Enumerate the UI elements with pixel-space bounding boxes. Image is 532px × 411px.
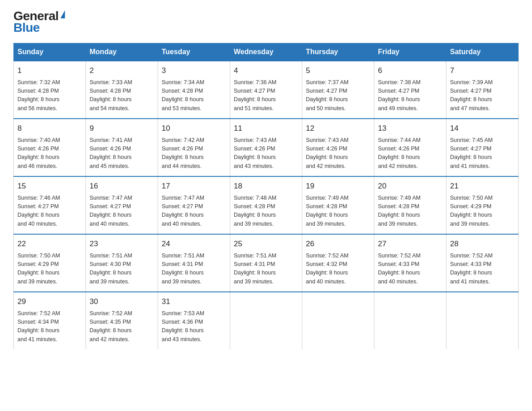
- calendar-cell: 14Sunrise: 7:45 AMSunset: 4:27 PMDayligh…: [446, 119, 519, 176]
- day-number: 22: [17, 238, 82, 250]
- day-info: Sunrise: 7:43 AMSunset: 4:26 PMDaylight:…: [234, 136, 298, 171]
- day-info: Sunrise: 7:40 AMSunset: 4:26 PMDaylight:…: [17, 136, 82, 171]
- day-info: Sunrise: 7:45 AMSunset: 4:27 PMDaylight:…: [450, 136, 515, 171]
- calendar-cell: 28Sunrise: 7:52 AMSunset: 4:33 PMDayligh…: [446, 234, 519, 292]
- day-info: Sunrise: 7:37 AMSunset: 4:27 PMDaylight:…: [306, 78, 370, 113]
- calendar-week-row: 15Sunrise: 7:46 AMSunset: 4:27 PMDayligh…: [14, 176, 519, 234]
- day-info: Sunrise: 7:38 AMSunset: 4:27 PMDaylight:…: [378, 78, 442, 113]
- day-info: Sunrise: 7:44 AMSunset: 4:26 PMDaylight:…: [378, 136, 442, 171]
- day-number: 10: [162, 123, 226, 134]
- day-info: Sunrise: 7:50 AMSunset: 4:29 PMDaylight:…: [17, 252, 82, 287]
- logo-blue-text: Blue: [13, 21, 40, 35]
- day-number: 30: [90, 296, 154, 308]
- day-info: Sunrise: 7:52 AMSunset: 4:33 PMDaylight:…: [378, 252, 442, 287]
- calendar-cell: 2Sunrise: 7:33 AMSunset: 4:28 PMDaylight…: [86, 61, 158, 119]
- calendar-week-row: 22Sunrise: 7:50 AMSunset: 4:29 PMDayligh…: [14, 234, 519, 292]
- day-number: 12: [306, 123, 370, 134]
- calendar-cell: 20Sunrise: 7:49 AMSunset: 4:28 PMDayligh…: [374, 176, 446, 234]
- calendar-cell: 26Sunrise: 7:52 AMSunset: 4:32 PMDayligh…: [302, 234, 374, 292]
- logo: General Blue: [13, 9, 65, 35]
- calendar-cell: 1Sunrise: 7:32 AMSunset: 4:28 PMDaylight…: [14, 61, 86, 119]
- day-number: 23: [90, 238, 154, 250]
- calendar-table: SundayMondayTuesdayWednesdayThursdayFrid…: [13, 43, 519, 349]
- day-info: Sunrise: 7:50 AMSunset: 4:29 PMDaylight:…: [450, 194, 515, 229]
- calendar-cell: 19Sunrise: 7:49 AMSunset: 4:28 PMDayligh…: [302, 176, 374, 234]
- day-info: Sunrise: 7:52 AMSunset: 4:32 PMDaylight:…: [306, 252, 370, 287]
- day-number: 9: [90, 123, 154, 134]
- day-number: 2: [90, 65, 154, 77]
- day-info: Sunrise: 7:48 AMSunset: 4:28 PMDaylight:…: [234, 194, 298, 229]
- day-info: Sunrise: 7:41 AMSunset: 4:26 PMDaylight:…: [90, 136, 154, 171]
- calendar-week-row: 29Sunrise: 7:52 AMSunset: 4:34 PMDayligh…: [14, 292, 519, 349]
- day-number: 4: [234, 65, 298, 77]
- day-info: Sunrise: 7:52 AMSunset: 4:34 PMDaylight:…: [17, 309, 82, 344]
- calendar-cell: 7Sunrise: 7:39 AMSunset: 4:27 PMDaylight…: [446, 61, 519, 119]
- header-tuesday: Tuesday: [158, 43, 230, 61]
- calendar-cell: [230, 292, 302, 349]
- day-info: Sunrise: 7:51 AMSunset: 4:31 PMDaylight:…: [234, 252, 298, 287]
- calendar-cell: 16Sunrise: 7:47 AMSunset: 4:27 PMDayligh…: [86, 176, 158, 234]
- calendar-cell: 15Sunrise: 7:46 AMSunset: 4:27 PMDayligh…: [14, 176, 86, 234]
- day-number: 13: [378, 123, 442, 134]
- day-number: 18: [234, 180, 298, 192]
- day-number: 27: [378, 238, 442, 250]
- calendar-cell: 24Sunrise: 7:51 AMSunset: 4:31 PMDayligh…: [158, 234, 230, 292]
- calendar-cell: 6Sunrise: 7:38 AMSunset: 4:27 PMDaylight…: [374, 61, 446, 119]
- calendar-cell: 3Sunrise: 7:34 AMSunset: 4:28 PMDaylight…: [158, 61, 230, 119]
- day-info: Sunrise: 7:36 AMSunset: 4:27 PMDaylight:…: [234, 78, 298, 113]
- day-number: 19: [306, 180, 370, 192]
- header-monday: Monday: [86, 43, 158, 61]
- day-info: Sunrise: 7:32 AMSunset: 4:28 PMDaylight:…: [17, 78, 82, 113]
- day-number: 3: [162, 65, 226, 77]
- calendar-cell: 23Sunrise: 7:51 AMSunset: 4:30 PMDayligh…: [86, 234, 158, 292]
- header-thursday: Thursday: [302, 43, 374, 61]
- calendar-cell: 12Sunrise: 7:43 AMSunset: 4:26 PMDayligh…: [302, 119, 374, 176]
- calendar-week-row: 1Sunrise: 7:32 AMSunset: 4:28 PMDaylight…: [14, 61, 519, 119]
- day-info: Sunrise: 7:52 AMSunset: 4:33 PMDaylight:…: [450, 252, 515, 287]
- day-number: 28: [450, 238, 515, 250]
- calendar-cell: 30Sunrise: 7:52 AMSunset: 4:35 PMDayligh…: [86, 292, 158, 349]
- day-number: 6: [378, 65, 442, 77]
- calendar-cell: 11Sunrise: 7:43 AMSunset: 4:26 PMDayligh…: [230, 119, 302, 176]
- day-info: Sunrise: 7:34 AMSunset: 4:28 PMDaylight:…: [162, 78, 226, 113]
- day-info: Sunrise: 7:47 AMSunset: 4:27 PMDaylight:…: [162, 194, 226, 229]
- day-info: Sunrise: 7:46 AMSunset: 4:27 PMDaylight:…: [17, 194, 82, 229]
- header-saturday: Saturday: [446, 43, 519, 61]
- day-number: 24: [162, 238, 226, 250]
- day-number: 16: [90, 180, 154, 192]
- day-info: Sunrise: 7:47 AMSunset: 4:27 PMDaylight:…: [90, 194, 154, 229]
- calendar-cell: 9Sunrise: 7:41 AMSunset: 4:26 PMDaylight…: [86, 119, 158, 176]
- day-number: 11: [234, 123, 298, 134]
- day-info: Sunrise: 7:53 AMSunset: 4:36 PMDaylight:…: [162, 309, 226, 344]
- day-number: 7: [450, 65, 515, 77]
- calendar-cell: 25Sunrise: 7:51 AMSunset: 4:31 PMDayligh…: [230, 234, 302, 292]
- day-number: 5: [306, 65, 370, 77]
- page-header: General Blue: [13, 9, 519, 35]
- day-info: Sunrise: 7:39 AMSunset: 4:27 PMDaylight:…: [450, 78, 515, 113]
- calendar-cell: 8Sunrise: 7:40 AMSunset: 4:26 PMDaylight…: [14, 119, 86, 176]
- logo-triangle-icon: [60, 10, 65, 18]
- calendar-cell: 13Sunrise: 7:44 AMSunset: 4:26 PMDayligh…: [374, 119, 446, 176]
- calendar-cell: 4Sunrise: 7:36 AMSunset: 4:27 PMDaylight…: [230, 61, 302, 119]
- calendar-cell: 27Sunrise: 7:52 AMSunset: 4:33 PMDayligh…: [374, 234, 446, 292]
- calendar-cell: 5Sunrise: 7:37 AMSunset: 4:27 PMDaylight…: [302, 61, 374, 119]
- day-info: Sunrise: 7:42 AMSunset: 4:26 PMDaylight:…: [162, 136, 226, 171]
- day-info: Sunrise: 7:33 AMSunset: 4:28 PMDaylight:…: [90, 78, 154, 113]
- day-info: Sunrise: 7:49 AMSunset: 4:28 PMDaylight:…: [306, 194, 370, 229]
- calendar-cell: 31Sunrise: 7:53 AMSunset: 4:36 PMDayligh…: [158, 292, 230, 349]
- calendar-cell: 10Sunrise: 7:42 AMSunset: 4:26 PMDayligh…: [158, 119, 230, 176]
- header-sunday: Sunday: [14, 43, 86, 61]
- calendar-cell: [302, 292, 374, 349]
- calendar-cell: 22Sunrise: 7:50 AMSunset: 4:29 PMDayligh…: [14, 234, 86, 292]
- day-info: Sunrise: 7:51 AMSunset: 4:30 PMDaylight:…: [90, 252, 154, 287]
- day-info: Sunrise: 7:52 AMSunset: 4:35 PMDaylight:…: [90, 309, 154, 344]
- day-number: 26: [306, 238, 370, 250]
- calendar-cell: [374, 292, 446, 349]
- header-wednesday: Wednesday: [230, 43, 302, 61]
- day-number: 31: [162, 296, 226, 308]
- day-number: 20: [378, 180, 442, 192]
- calendar-cell: 17Sunrise: 7:47 AMSunset: 4:27 PMDayligh…: [158, 176, 230, 234]
- day-number: 14: [450, 123, 515, 134]
- day-info: Sunrise: 7:49 AMSunset: 4:28 PMDaylight:…: [378, 194, 442, 229]
- day-number: 21: [450, 180, 515, 192]
